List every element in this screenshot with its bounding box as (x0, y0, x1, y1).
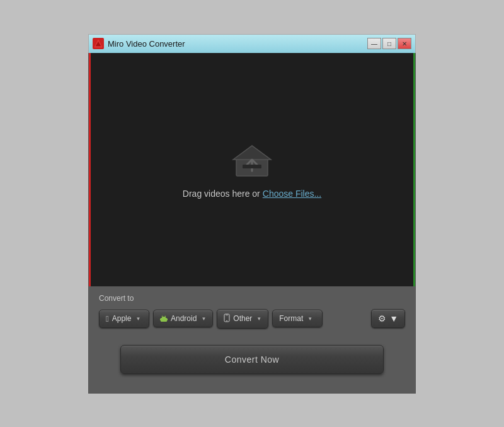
close-button[interactable]: ✕ (398, 38, 411, 49)
convert-to-label: Convert to (99, 294, 405, 303)
minimize-button[interactable]: — (367, 38, 381, 49)
svg-rect-15 (226, 315, 228, 315)
drag-text: Drag videos here or (183, 189, 260, 199)
choose-files-link[interactable]: Choose Files... (263, 189, 321, 199)
other-dropdown-arrow: ▼ (256, 316, 261, 322)
upload-icon (230, 141, 274, 178)
format-label: Format (279, 314, 303, 323)
title-bar-left: Miro Video Converter (93, 38, 185, 49)
title-bar: Miro Video Converter — □ ✕ (88, 34, 416, 53)
svg-rect-12 (160, 319, 161, 320)
convert-now-section: Convert Now (89, 339, 415, 393)
gear-icon: ⚙ (378, 313, 386, 324)
svg-marker-3 (233, 146, 271, 160)
apple-button[interactable]:  Apple ▼ (99, 310, 149, 328)
application-window: Miro Video Converter — □ ✕ D (88, 34, 416, 394)
apple-icon:  (106, 314, 109, 324)
phone-icon (224, 313, 230, 324)
convert-now-button[interactable]: Convert Now (120, 345, 384, 374)
svg-rect-5 (243, 165, 261, 168)
drop-area[interactable]: Drag videos here or Choose Files... (89, 53, 415, 286)
other-label: Other (233, 314, 252, 323)
gear-dropdown-arrow: ▼ (389, 313, 398, 324)
maximize-button[interactable]: □ (382, 38, 396, 49)
drop-text-container: Drag videos here or Choose Files... (183, 189, 321, 199)
android-icon (160, 315, 168, 322)
svg-line-10 (162, 316, 163, 317)
android-button[interactable]: Android ▼ (153, 310, 213, 327)
convert-section: Convert to  Apple ▼ (89, 286, 415, 339)
apple-dropdown-arrow: ▼ (135, 316, 140, 322)
device-buttons-row:  Apple ▼ (99, 309, 405, 329)
format-dropdown-arrow: ▼ (307, 316, 312, 322)
title-bar-controls: — □ ✕ (367, 38, 411, 49)
window-body: Drag videos here or Choose Files... Conv… (88, 53, 416, 394)
window-title: Miro Video Converter (108, 39, 185, 49)
apple-label: Apple (112, 314, 132, 323)
svg-rect-13 (167, 319, 168, 320)
svg-line-11 (165, 316, 166, 317)
format-button[interactable]: Format ▼ (272, 310, 323, 327)
android-label: Android (171, 314, 197, 323)
other-button[interactable]: Other ▼ (217, 309, 268, 329)
settings-button[interactable]: ⚙ ▼ (371, 309, 405, 328)
svg-point-8 (162, 317, 163, 317)
android-dropdown-arrow: ▼ (201, 316, 206, 322)
svg-point-16 (226, 320, 227, 321)
app-icon (93, 38, 104, 49)
svg-point-9 (164, 317, 165, 317)
